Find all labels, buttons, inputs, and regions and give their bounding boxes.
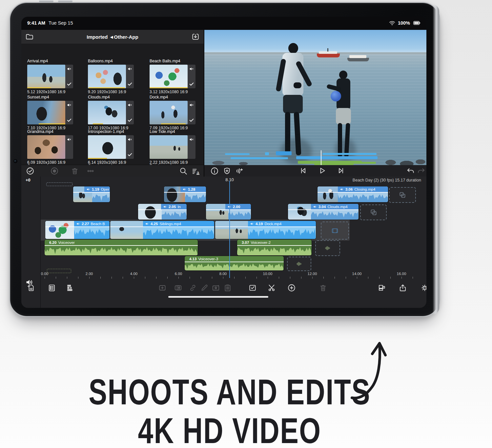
clip-thumbnail[interactable] (27, 101, 65, 124)
library-clip[interactable]: Introspection-1.mp46.14 1920x1080 16:9 (88, 129, 143, 165)
boat-white (346, 53, 370, 61)
project-list-icon[interactable] (48, 284, 56, 292)
clip-label: 2.05In (161, 204, 187, 210)
front-camera (14, 160, 17, 162)
timeline-clip[interactable]: 3.06Closing.mp4 (318, 186, 388, 202)
favorite-icon[interactable] (212, 284, 220, 292)
cut-icon[interactable] (267, 284, 276, 292)
edit-icon[interactable] (200, 284, 209, 292)
transition-placeholder[interactable] (360, 204, 387, 220)
play-icon[interactable] (318, 166, 326, 175)
clip-thumbnail[interactable] (88, 135, 126, 159)
clip-badge-strip (188, 101, 195, 124)
waveform (143, 227, 214, 239)
clip-name: In (177, 205, 181, 209)
select-icon[interactable] (26, 167, 34, 175)
transition-icon[interactable] (174, 284, 182, 292)
collapsed-track-outline (46, 182, 72, 186)
shield-add-icon[interactable] (223, 167, 231, 175)
insert-icon[interactable] (158, 284, 167, 292)
clipboard-icon[interactable] (223, 284, 232, 292)
undo-icon[interactable] (406, 167, 415, 175)
layout-icon[interactable] (378, 284, 386, 292)
add-icon[interactable] (287, 284, 296, 292)
settings-icon[interactable]: ? (420, 284, 426, 292)
search-icon[interactable] (179, 167, 188, 175)
record-icon[interactable] (50, 167, 59, 175)
library-clip[interactable]: Arrival.mp45.12 1920x1080 16:9 (27, 59, 82, 94)
timeline-clip[interactable]: 4.25Siblings.mp4 (110, 221, 214, 239)
timeline-clip[interactable]: 1.19Oper (73, 186, 110, 202)
usage-indicator (27, 87, 51, 88)
ruler-label: 14.00 (352, 272, 362, 276)
clip-filename: Sunset.mp4 (27, 95, 82, 99)
waveform (185, 263, 284, 270)
library-clip[interactable]: Low Tide.mp42.22 1920x1080 16:9 (150, 129, 205, 165)
overlay-clip-bar (265, 152, 269, 155)
library-clip[interactable]: Balloons.mp49.20 1920x1080 16:9 (88, 59, 143, 94)
add-project-icon[interactable] (27, 284, 35, 292)
speaker-icon (76, 222, 80, 226)
speaker-icon (163, 205, 167, 209)
sort-icon[interactable]: a (192, 167, 200, 175)
bottom-toolbar: ? (21, 280, 426, 296)
track-options-icon[interactable] (66, 284, 74, 292)
select-mode-icon[interactable] (248, 284, 257, 292)
audio-placeholder[interactable] (315, 240, 340, 256)
transition-placeholder[interactable] (389, 187, 416, 203)
folder-icon[interactable] (25, 32, 34, 41)
clip-duration: 3.06 (345, 187, 353, 191)
clip-thumbnail[interactable] (150, 65, 188, 88)
library-clip[interactable]: Clouds.mp417.00 1920x1080 16:9 (88, 95, 143, 130)
skip-back-icon[interactable] (299, 166, 307, 175)
import-icon[interactable] (191, 32, 200, 41)
usage-indicator (88, 158, 107, 159)
clip-thumbnail[interactable] (88, 101, 126, 124)
timeline-clip[interactable]: 2.05In (138, 204, 187, 220)
clip-name: Closing.mp4 (354, 187, 375, 191)
audio-placeholder[interactable] (287, 257, 311, 271)
library-clip[interactable]: Beach Balls.mp43.12 1920x1080 16:9 (150, 59, 205, 94)
wifi-icon (389, 20, 396, 27)
share-icon[interactable] (399, 284, 407, 292)
timeline-clip[interactable]: 6.20Voiceover (45, 240, 198, 255)
timeline-clip[interactable]: 1.28 (164, 186, 206, 202)
skip-forward-icon[interactable] (337, 166, 345, 175)
library-clip[interactable]: Sunset.mp47.10 1920x1080 16:9 (27, 95, 82, 130)
status-bar: 9:41 AMTue Sep 15 100% (21, 17, 426, 30)
delete-icon[interactable] (71, 167, 79, 175)
timeline-clip[interactable]: 2.27Beach B (45, 221, 110, 239)
clip-thumbnail[interactable] (27, 135, 65, 159)
usage-indicator (93, 123, 103, 124)
preview-video-frame (204, 30, 426, 165)
gain-label: +0 (26, 178, 31, 182)
volume-down-button[interactable] (58, 0, 72, 2)
audio-add-icon[interactable] (235, 167, 244, 175)
clip-badge-strip (65, 101, 73, 124)
timeline-clip[interactable]: 4.19Dock.mp4 (215, 221, 316, 239)
link-icon[interactable] (189, 284, 197, 292)
library-clip[interactable]: Dock.mp47.09 1920x1080 16:9 (150, 95, 205, 130)
clip-thumbnail[interactable] (88, 65, 126, 88)
transition-placeholder[interactable] (321, 222, 349, 240)
info-icon[interactable] (210, 167, 219, 175)
clip-name: Beach B (91, 222, 105, 226)
clip-thumbnail[interactable] (27, 65, 65, 88)
clip-duration: 1.19 (92, 187, 99, 191)
timeline-clip[interactable]: 3.04Clouds.mp4 (288, 204, 359, 220)
clip-thumbnail[interactable] (150, 135, 188, 159)
clip-thumbnail (206, 204, 228, 220)
volume-up-button[interactable] (39, 0, 53, 2)
video-preview[interactable] (204, 30, 426, 165)
timeline-clip[interactable]: 4.13Voiceover-3 (185, 256, 284, 270)
clip-name: Oper (101, 187, 109, 191)
library-clip[interactable]: Grandma.mp46.09 1920x1080 16:9 (27, 129, 82, 165)
timeline-clip[interactable]: 3.07Voiceover-2 (237, 240, 312, 255)
playhead[interactable] (229, 181, 230, 278)
clip-thumbnail[interactable] (150, 101, 188, 124)
redo-icon[interactable] (417, 167, 425, 175)
more-icon[interactable] (86, 167, 95, 175)
home-indicator[interactable] (168, 296, 268, 298)
delete-icon[interactable] (319, 284, 327, 292)
timeline-clip[interactable]: 2.00 (206, 204, 251, 220)
